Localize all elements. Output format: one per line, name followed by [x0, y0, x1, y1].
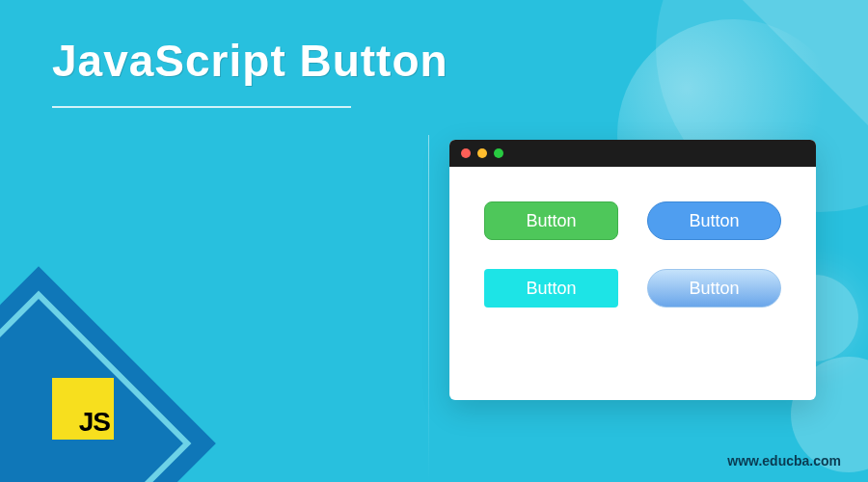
js-logo-label: JS: [79, 407, 110, 438]
minimize-icon[interactable]: [477, 148, 487, 158]
demo-button-green[interactable]: Button: [484, 201, 618, 240]
demo-button-cyan[interactable]: Button: [484, 269, 618, 308]
button-grid: Button Button Button Button: [449, 167, 816, 342]
button-label: Button: [689, 279, 739, 299]
button-label: Button: [526, 211, 576, 231]
button-label: Button: [526, 279, 576, 299]
bg-diamond: [0, 266, 216, 482]
js-logo: JS: [52, 378, 114, 440]
demo-button-gradient[interactable]: Button: [647, 269, 781, 308]
button-label: Button: [689, 211, 739, 231]
maximize-icon[interactable]: [494, 148, 503, 158]
title-underline: [52, 106, 351, 108]
close-icon[interactable]: [461, 148, 471, 158]
site-url: www.educba.com: [727, 453, 841, 469]
bg-divider-line: [428, 135, 429, 482]
page-title: JavaScript Button: [52, 35, 448, 87]
browser-titlebar: [449, 140, 816, 167]
demo-button-blue-pill[interactable]: Button: [647, 201, 781, 240]
browser-window: Button Button Button Button: [449, 140, 816, 400]
bg-triangle: [743, 0, 868, 125]
